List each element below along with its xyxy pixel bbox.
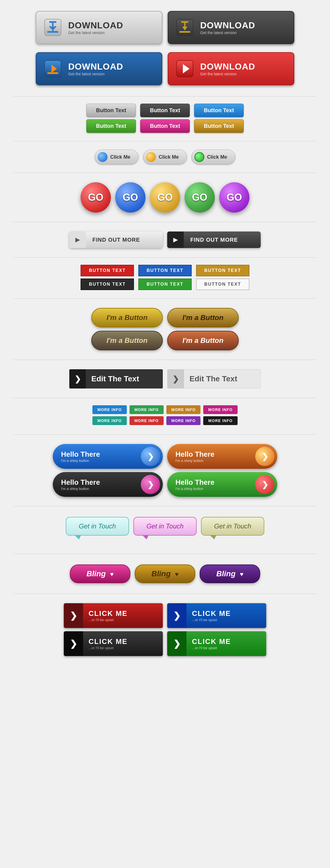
go-ball-gold[interactable]: GO bbox=[150, 182, 180, 213]
click-me-text-red: CLICK ME ...or I'll be upset bbox=[83, 609, 163, 622]
button-gray-1[interactable]: Button Text bbox=[86, 104, 136, 117]
find-label-light: FIND OUT MORE bbox=[86, 237, 147, 243]
speech-btn-cyan[interactable]: Get in Touch bbox=[66, 517, 129, 535]
download-text-silver: DOWNLOAD Get the latest version bbox=[68, 20, 123, 35]
go-ball-green[interactable]: GO bbox=[184, 182, 215, 213]
svg-rect-13 bbox=[47, 72, 58, 74]
more-info-red[interactable]: MORE INFO bbox=[129, 416, 163, 425]
divider-8 bbox=[14, 398, 316, 398]
hello-text-dark: Hello There I'm a shiny button bbox=[53, 478, 141, 491]
divider-6 bbox=[14, 298, 316, 299]
hello-btn-orange[interactable]: Hello There I'm a shiny button ❯ bbox=[167, 444, 277, 469]
hello-btn-blue[interactable]: Hello There I'm a shiny button ❯ bbox=[53, 444, 163, 469]
more-info-pink[interactable]: MORE INFO bbox=[203, 405, 237, 414]
go-ball-red[interactable]: GO bbox=[81, 182, 111, 213]
edit-arrow-dark: ❯ bbox=[69, 369, 86, 389]
hello-circle-blue: ❯ bbox=[141, 447, 160, 466]
find-arrow-dark: ▶ bbox=[167, 231, 184, 248]
click-me-arrow-black[interactable]: ❯ CLICK ME ...or I'll be upset bbox=[64, 631, 163, 656]
download-icon-silver bbox=[42, 17, 64, 38]
click-arrow-black: ❯ bbox=[64, 631, 83, 656]
rect-btn-outline[interactable]: BUTTON TEXT bbox=[196, 279, 249, 290]
speech-btn-olive[interactable]: Get in Touch bbox=[201, 517, 264, 535]
bling-btn-purple[interactable]: Bling ♥ bbox=[200, 564, 260, 583]
edit-label-light: Edit The Text bbox=[184, 369, 261, 389]
click-me-green[interactable]: Click Me bbox=[191, 150, 235, 164]
hello-btn-dark[interactable]: Hello There I'm a shiny button ❯ bbox=[53, 472, 163, 497]
go-ball-purple[interactable]: GO bbox=[219, 182, 249, 213]
edit-arrow-light: ❯ bbox=[167, 369, 184, 389]
bling-btn-pink[interactable]: Bling ♥ bbox=[70, 564, 130, 583]
radio-dot-orange bbox=[146, 152, 156, 162]
button-pink-1[interactable]: Button Text bbox=[140, 119, 190, 133]
pill-btn-gold[interactable]: I'm a Button bbox=[91, 308, 163, 328]
hello-text-green: Hello There I'm a shiny button bbox=[167, 478, 255, 491]
click-me-text-black: CLICK ME ...or I'll be upset bbox=[83, 637, 163, 650]
divider-3 bbox=[14, 173, 316, 173]
download-icon-red bbox=[174, 58, 196, 80]
radio-dot-green bbox=[194, 152, 204, 162]
pill-btn-lgold[interactable]: I'm a Button bbox=[167, 308, 239, 328]
divider-4 bbox=[14, 222, 316, 222]
download-text-blue: DOWNLOAD Get the latest version bbox=[68, 62, 123, 76]
pill-btn-brown[interactable]: I'm a Button bbox=[167, 331, 239, 350]
hello-btn-green[interactable]: Hello There I'm a shiny button ❯ bbox=[167, 472, 277, 497]
button-blue-1[interactable]: Button Text bbox=[194, 104, 244, 117]
more-info-purple[interactable]: MORE INFO bbox=[167, 416, 201, 425]
go-ball-blue[interactable]: GO bbox=[115, 182, 146, 213]
edit-btn-light[interactable]: ❯ Edit The Text bbox=[167, 369, 261, 389]
heart-icon-pink: ♥ bbox=[110, 571, 114, 578]
rect-btn-dark[interactable]: BUTTON TEXT bbox=[81, 279, 134, 290]
radio-dot-blue bbox=[98, 152, 108, 162]
svg-rect-4 bbox=[47, 31, 58, 33]
divider-5 bbox=[14, 257, 316, 258]
download-button-red[interactable]: DOWNLOAD Get the latest version bbox=[168, 52, 294, 85]
svg-rect-8 bbox=[181, 21, 188, 23]
download-icon-blue bbox=[42, 58, 64, 80]
more-info-blue[interactable]: MORE INFO bbox=[92, 405, 126, 414]
rect-btn-blue[interactable]: BUTTON TEXT bbox=[138, 265, 192, 276]
rect-btn-red[interactable]: BUTTON TEXT bbox=[81, 265, 134, 276]
more-info-gold[interactable]: MORE INFO bbox=[167, 405, 201, 414]
more-info-teal[interactable]: MORE INFO bbox=[92, 416, 126, 425]
button-gold-1[interactable]: Button Text bbox=[194, 119, 244, 133]
divider-9 bbox=[14, 434, 316, 435]
find-label-dark: FIND OUT MORE bbox=[184, 237, 244, 243]
rect-btn-gold[interactable]: BUTTON TEXT bbox=[196, 265, 249, 276]
click-me-arrow-red[interactable]: ❯ CLICK ME ...or I'll be upset bbox=[64, 603, 163, 628]
button-green-1[interactable]: Button Text bbox=[86, 119, 136, 133]
more-info-black[interactable]: MORE INFO bbox=[203, 416, 237, 425]
button-dgray-1[interactable]: Button Text bbox=[140, 104, 190, 117]
divider-7 bbox=[14, 360, 316, 360]
click-me-arrow-blue[interactable]: ❯ CLICK ME ...or I'll be upset bbox=[167, 603, 266, 628]
find-out-more-light[interactable]: ▶ FIND OUT MORE bbox=[69, 231, 163, 248]
download-button-dark[interactable]: DOWNLOAD Get the latest version bbox=[168, 11, 294, 44]
hello-text-orange: Hello There I'm a shiny button bbox=[167, 450, 255, 463]
divider-11 bbox=[14, 554, 316, 554]
click-me-arrow-green[interactable]: ❯ CLICK ME ...or I'll be upset bbox=[167, 631, 266, 656]
download-button-silver[interactable]: DOWNLOAD Get the latest version bbox=[36, 11, 162, 44]
hello-circle-green: ❯ bbox=[255, 475, 274, 494]
download-text-red: DOWNLOAD Get the latest version bbox=[200, 62, 255, 76]
bling-btn-gold[interactable]: Bling ♥ bbox=[135, 564, 195, 583]
heart-icon-purple: ♥ bbox=[240, 571, 243, 578]
download-text-dark: DOWNLOAD Get the latest version bbox=[200, 20, 255, 35]
more-info-green[interactable]: MORE INFO bbox=[129, 405, 163, 414]
find-out-more-dark[interactable]: ▶ FIND OUT MORE bbox=[167, 231, 261, 248]
edit-label-dark: Edit The Text bbox=[86, 369, 163, 389]
hello-text-blue: Hello There I'm a shiny button bbox=[53, 450, 141, 463]
edit-btn-dark[interactable]: ❯ Edit The Text bbox=[69, 369, 163, 389]
rect-btn-green[interactable]: BUTTON TEXT bbox=[138, 279, 192, 290]
speech-btn-pink[interactable]: Get in Touch bbox=[133, 517, 197, 535]
click-me-text-green: CLICK ME ...or I'll be upset bbox=[186, 637, 266, 650]
heart-icon-gold: ♥ bbox=[175, 571, 178, 578]
click-me-blue[interactable]: Click Me bbox=[95, 150, 139, 164]
download-button-blue[interactable]: DOWNLOAD Get the latest version bbox=[36, 52, 162, 85]
divider-10 bbox=[14, 506, 316, 506]
click-me-orange[interactable]: Click Me bbox=[143, 150, 187, 164]
click-arrow-blue: ❯ bbox=[167, 603, 186, 628]
download-icon-dark bbox=[174, 17, 196, 38]
pill-btn-dgold[interactable]: I'm a Button bbox=[91, 331, 163, 350]
hello-circle-dark: ❯ bbox=[141, 475, 160, 494]
click-arrow-green: ❯ bbox=[167, 631, 186, 656]
